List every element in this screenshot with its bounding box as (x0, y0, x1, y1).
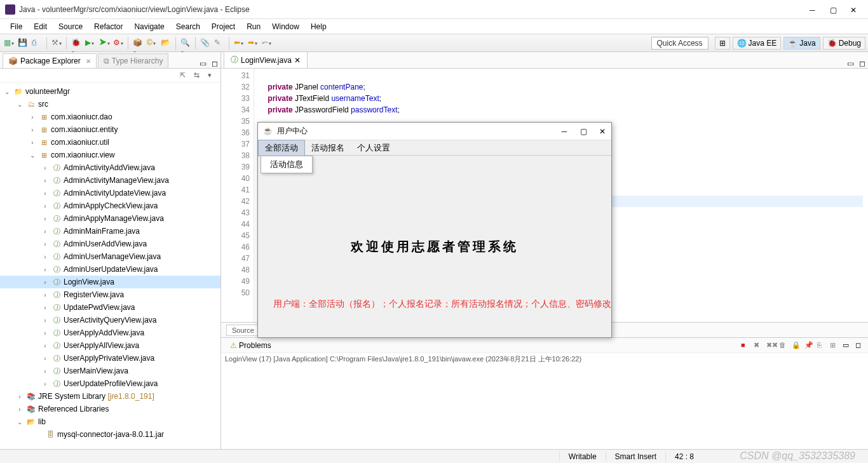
min-bottom-button[interactable]: ▭ (843, 341, 851, 350)
jar-file-node[interactable]: 🗄mysql-connector-java-8.0.11.jar (0, 428, 220, 441)
pin-console-button[interactable]: 📌 (804, 341, 813, 350)
java-file-node[interactable]: ›ⒿRegisterView.java (0, 288, 220, 301)
build-button[interactable]: ⚒ (51, 38, 62, 48)
dialog-minimize-button[interactable]: ─ (560, 127, 568, 136)
src-folder-node[interactable]: ⌄🗂src (0, 98, 220, 111)
project-node[interactable]: ⌄📁volunteerMgr (0, 85, 220, 98)
menu-file[interactable]: File (5, 21, 27, 32)
maximize-view-button[interactable]: ◻ (212, 59, 218, 68)
task-button[interactable]: ✎ (214, 38, 224, 48)
maximize-editor-button[interactable]: ◻ (859, 59, 865, 68)
display-button[interactable]: ⎘ (817, 341, 826, 350)
package-node[interactable]: ›⊞com.xiaoniucr.util (0, 136, 220, 149)
view-menu-button[interactable]: ▾ (208, 71, 217, 80)
perspective-java[interactable]: ☕Java (783, 37, 820, 50)
java-file-node[interactable]: ›ⒿUserApplyPrivateView.java (0, 352, 220, 365)
search-button[interactable]: 🔍 (180, 38, 191, 48)
referenced-libraries-node[interactable]: ›📚Referenced Libraries (0, 403, 220, 415)
remove-launch-button[interactable]: ✖ (754, 341, 763, 350)
open-perspective-button[interactable]: ⊞ (715, 37, 730, 50)
menu-project[interactable]: Project (207, 21, 240, 32)
run-last-button[interactable]: ⮞ (99, 38, 109, 48)
java-file-node[interactable]: ›ⒿAdminApplyManageView.java (0, 212, 220, 225)
java-file-node[interactable]: ›ⒿAdminActivityAddView.java (0, 161, 220, 174)
run-button[interactable]: ▶ (85, 38, 95, 48)
open-console-button[interactable]: ⊞ (830, 341, 839, 350)
perspective-debug[interactable]: 🐞Debug (823, 37, 865, 50)
java-file-node[interactable]: ›ⒿAdminActivityManageView.java (0, 174, 220, 187)
menu-navigate[interactable]: Navigate (129, 21, 169, 32)
java-file-node[interactable]: ›ⒿAdminUserUpdateView.java (0, 263, 220, 276)
java-file-node[interactable]: ›ⒿAdminMainFrame.java (0, 225, 220, 238)
minimize-button[interactable]: ─ (810, 6, 817, 13)
console-header: LoginView (17) [Java Application] C:\Pro… (221, 353, 868, 365)
minimize-editor-button[interactable]: ▭ (847, 59, 854, 68)
max-bottom-button[interactable]: ◻ (855, 341, 864, 350)
scroll-lock-button[interactable]: 🔒 (792, 341, 801, 350)
package-node[interactable]: ›⊞com.xiaoniucr.entity (0, 123, 220, 136)
java-file-node[interactable]: ›ⒿUserApplyAddView.java (0, 326, 220, 339)
remove-all-button[interactable]: ✖✖ (766, 341, 775, 350)
java-file-node[interactable]: ›ⒿUserActivityQueryView.java (0, 314, 220, 326)
open-type-button[interactable]: 📂 (161, 38, 171, 48)
menu-edit[interactable]: Edit (29, 21, 52, 32)
lib-folder-node[interactable]: ⌄📂lib (0, 415, 220, 428)
terminate-button[interactable]: ■ (741, 341, 750, 350)
java-file-node[interactable]: ›ⒿAdminApplyCheckView.java (0, 199, 220, 212)
jre-library-node[interactable]: ›📚JRE System Library [jre1.8.0_191] (0, 390, 220, 403)
new-pkg-button[interactable]: 📦 (133, 38, 143, 48)
menu-run[interactable]: Run (241, 21, 266, 32)
minimize-view-button[interactable]: ▭ (200, 59, 207, 68)
java-file-node[interactable]: ›ⒿLoginView.java (0, 276, 220, 288)
package-tree[interactable]: ⌄📁volunteerMgr ⌄🗂src ›⊞com.xiaoniucr.dao… (0, 83, 220, 449)
new-button[interactable]: ▦ (4, 38, 14, 48)
package-node[interactable]: ›⊞com.xiaoniucr.dao (0, 111, 220, 123)
maximize-button[interactable]: ▢ (830, 6, 837, 13)
debug-button[interactable]: 🐞 (71, 38, 81, 48)
tab-problems[interactable]: ⚠ Problems (225, 340, 276, 351)
java-file-node[interactable]: ›ⒿAdminUserManageView.java (0, 250, 220, 263)
back-button[interactable]: ⬅ (234, 38, 244, 48)
save-all-button[interactable]: ⎙ (32, 38, 42, 48)
ext-tools-button[interactable]: ⚙ (113, 38, 123, 48)
close-button[interactable]: ✕ (850, 6, 858, 13)
menu-help[interactable]: Help (306, 21, 332, 32)
java-file-node[interactable]: ›ⒿUserApplyAllView.java (0, 339, 220, 352)
java-file-node[interactable]: ›ⒿAdminActivityUpdateView.java (0, 187, 220, 199)
java-file-node[interactable]: ›ⒿAdminUserAddView.java (0, 238, 220, 250)
menu-activity-signup[interactable]: 活动报名 (305, 140, 351, 156)
perspective-javaee[interactable]: 🌐Java EE (733, 37, 782, 50)
close-icon[interactable]: ✕ (294, 56, 301, 65)
menu-all-activities[interactable]: 全部活动 (258, 140, 305, 156)
editor-tab-loginview[interactable]: ⒿLoginView.java✕ (224, 52, 308, 68)
new-class-button[interactable]: © (147, 38, 157, 48)
submenu-activity-info[interactable]: 活动信息 (261, 156, 312, 173)
menu-source[interactable]: Source (53, 21, 88, 32)
tab-package-explorer[interactable]: 📦Package Explorer✕ (3, 53, 97, 68)
link-editor-button[interactable]: ⇆ (194, 71, 203, 80)
dialog-submenu: 活动信息 (261, 156, 313, 173)
save-button[interactable]: 💾 (18, 38, 28, 48)
dialog-titlebar[interactable]: ☕ 用户中心 ─ ▢ ✕ (258, 123, 611, 140)
java-file-node[interactable]: ›ⒿUserUpdateProfileView.java (0, 377, 220, 390)
last-edit-button[interactable]: ⤺ (262, 38, 272, 48)
package-node[interactable]: ⌄⊞com.xiaoniucr.view (0, 149, 220, 161)
forward-button[interactable]: ➡ (248, 38, 258, 48)
dialog-close-button[interactable]: ✕ (599, 127, 606, 136)
close-icon[interactable]: ✕ (86, 58, 91, 65)
source-tab[interactable]: Source (226, 325, 260, 336)
menu-personal-settings[interactable]: 个人设置 (351, 140, 397, 156)
toggle-mark-button[interactable]: 📎 (200, 38, 210, 48)
java-file-node[interactable]: ›ⒿUpdatePwdView.java (0, 301, 220, 314)
menu-window[interactable]: Window (267, 21, 304, 32)
collapse-all-button[interactable]: ⇱ (180, 71, 189, 80)
console-body[interactable] (221, 365, 868, 449)
package-explorer-panel: 📦Package Explorer✕ ⧉Type Hierarchy ▭ ◻ ⇱… (0, 52, 221, 449)
clear-console-button[interactable]: 🗑 (779, 341, 788, 350)
quick-access-field[interactable]: Quick Access (651, 37, 709, 50)
java-file-node[interactable]: ›ⒿUserMainView.java (0, 365, 220, 377)
tab-type-hierarchy[interactable]: ⧉Type Hierarchy (98, 53, 169, 68)
menu-search[interactable]: Search (171, 21, 205, 32)
dialog-maximize-button[interactable]: ▢ (580, 127, 587, 136)
menu-refactor[interactable]: Refactor (89, 21, 128, 32)
